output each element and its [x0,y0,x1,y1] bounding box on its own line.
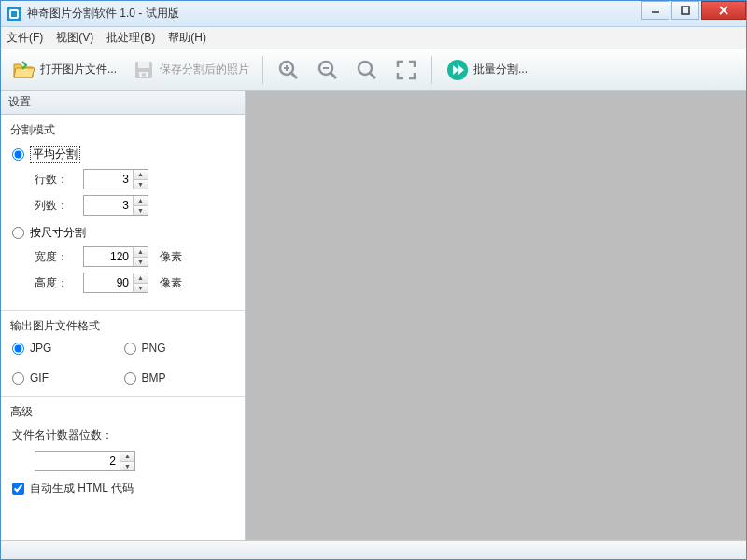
play-forward-icon [445,58,470,82]
cols-label: 列数： [35,198,76,214]
batch-split-button[interactable]: 批量分割... [440,55,533,85]
settings-scroll[interactable]: 分割模式 平均分割 行数： ▲▼ 列数： [1,115,245,540]
cols-field: 列数： ▲▼ [35,195,235,216]
split-mode-group: 分割模式 平均分割 行数： ▲▼ 列数： [1,115,245,311]
width-down[interactable]: ▼ [134,258,148,267]
autohtml-checkbox[interactable] [12,483,24,495]
format-gif-radio[interactable] [12,372,24,385]
window-buttons [640,1,746,26]
counter-spinner: ▲▼ [35,451,135,471]
rows-down[interactable]: ▼ [134,180,148,189]
save-icon [132,58,156,82]
rows-input[interactable] [84,170,133,189]
settings-header: 设置 [1,91,245,115]
svg-point-7 [142,73,146,77]
format-bmp[interactable]: BMP [124,371,236,385]
minimize-button[interactable] [641,1,669,20]
zoom-out-icon [316,58,340,82]
counter-label: 文件名计数器位数： [12,427,235,443]
width-label: 宽度： [35,249,76,265]
zoom-out-button[interactable] [310,55,345,85]
width-up[interactable]: ▲ [134,247,148,258]
split-mode-title: 分割模式 [10,122,235,138]
format-group: 输出图片文件格式 JPG PNG GIF BMP [1,311,245,397]
size-split-label: 按尺寸分割 [30,225,86,241]
format-gif[interactable]: GIF [12,371,124,385]
zoom-reset-button[interactable] [349,55,385,85]
cols-up[interactable]: ▲ [134,196,148,206]
format-bmp-radio[interactable] [124,372,136,385]
menu-help[interactable]: 帮助(H) [168,30,206,46]
width-spinner: ▲▼ [83,246,148,267]
avg-split-label: 平均分割 [30,146,80,163]
batch-split-label: 批量分割... [473,62,528,77]
window-title: 神奇图片分割软件 1.0 - 试用版 [27,6,640,21]
save-label: 保存分割后的照片 [160,62,249,77]
width-field: 宽度： ▲▼ 像素 [35,246,235,267]
size-split-radio-row: 按尺寸分割 [12,225,235,241]
toolbar: 打开图片文件... 保存分割后的照片 [1,49,746,91]
advanced-title: 高级 [10,404,235,420]
cols-down[interactable]: ▼ [134,206,148,216]
toolbar-separator [431,56,432,84]
titlebar: 神奇图片分割软件 1.0 - 试用版 [1,1,746,27]
settings-sidebar: 设置 分割模式 平均分割 行数： ▲▼ [1,91,246,540]
width-input[interactable] [84,247,133,266]
rows-up[interactable]: ▲ [134,170,148,180]
svg-line-9 [291,73,297,78]
width-unit: 像素 [160,249,182,265]
format-png[interactable]: PNG [124,342,236,355]
folder-open-icon [12,58,36,82]
height-up[interactable]: ▲ [134,273,148,284]
autohtml-row: 自动生成 HTML 代码 [12,481,235,497]
menu-file[interactable]: 文件(F) [7,30,43,46]
body: 设置 分割模式 平均分割 行数： ▲▼ [1,91,746,540]
rows-spinner: ▲▼ [83,169,148,189]
cols-spinner: ▲▼ [83,195,148,216]
app-window: 神奇图片分割软件 1.0 - 试用版 文件(F) 视图(V) 批处理(B) 帮助… [0,0,747,560]
preview-area [246,91,746,540]
counter-down[interactable]: ▼ [120,462,134,471]
format-title: 输出图片文件格式 [10,318,235,334]
rows-label: 行数： [35,172,76,188]
statusbar [1,540,746,559]
app-icon [7,7,21,21]
advanced-group: 高级 文件名计数器位数： ▲▼ 自动生成 HTML 代码 [1,397,245,511]
maximize-button[interactable] [671,1,699,20]
height-field: 高度： ▲▼ 像素 [35,273,235,293]
menu-batch[interactable]: 批处理(B) [106,30,155,46]
counter-field: ▲▼ [35,451,235,471]
counter-input[interactable] [35,452,120,470]
svg-rect-5 [138,62,149,68]
magnifier-icon [355,58,379,82]
size-split-radio[interactable] [12,227,24,239]
zoom-in-button[interactable] [271,55,306,85]
menubar: 文件(F) 视图(V) 批处理(B) 帮助(H) [1,27,746,49]
avg-split-radio[interactable] [12,148,24,161]
height-label: 高度： [35,275,76,291]
toolbar-separator [262,56,263,84]
height-input[interactable] [84,273,133,292]
format-png-radio[interactable] [124,343,136,355]
open-file-label: 打开图片文件... [40,62,117,77]
menu-view[interactable]: 视图(V) [56,30,93,46]
zoom-in-icon [276,58,301,82]
format-jpg[interactable]: JPG [12,342,124,355]
svg-rect-1 [682,7,689,14]
cols-input[interactable] [84,196,133,215]
rows-field: 行数： ▲▼ [35,169,235,189]
svg-line-13 [331,73,336,78]
height-spinner: ▲▼ [83,273,148,293]
svg-point-15 [359,62,372,75]
open-file-button[interactable]: 打开图片文件... [7,55,122,85]
expand-icon [394,58,418,82]
height-unit: 像素 [160,275,182,291]
format-jpg-radio[interactable] [12,343,24,355]
close-button[interactable] [701,1,746,20]
counter-up[interactable]: ▲ [120,452,134,462]
save-button[interactable]: 保存分割后的照片 [126,55,255,85]
avg-split-radio-row: 平均分割 [12,146,235,163]
autohtml-label: 自动生成 HTML 代码 [30,481,134,497]
fullscreen-button[interactable] [388,55,424,85]
height-down[interactable]: ▼ [134,284,148,293]
